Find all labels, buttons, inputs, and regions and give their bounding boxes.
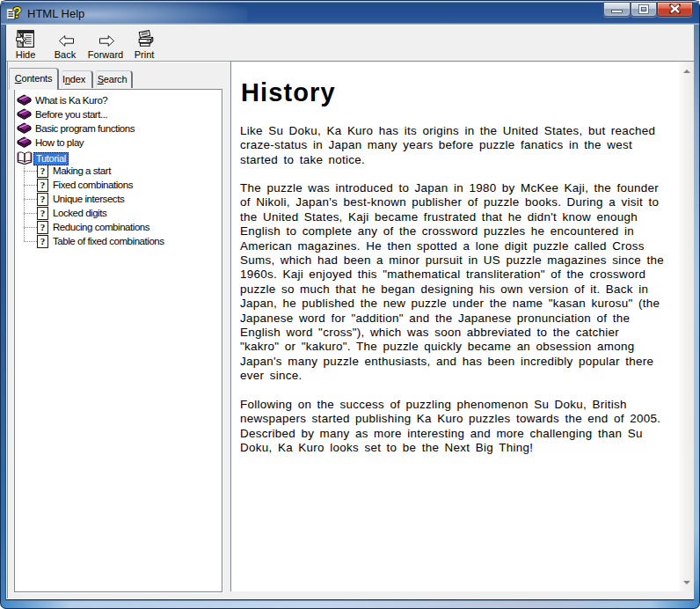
svg-text:?: ? xyxy=(12,4,21,20)
